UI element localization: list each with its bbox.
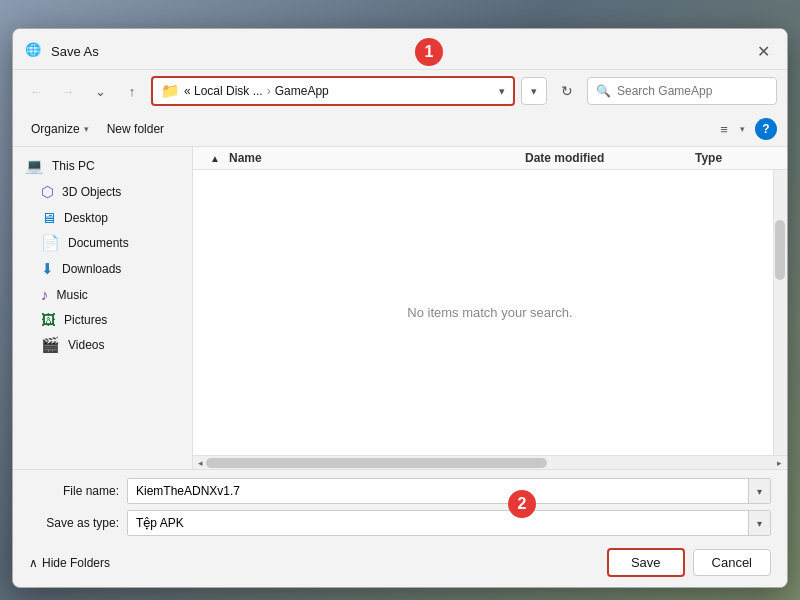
filename-input-container: ▾: [127, 478, 771, 504]
path-bar-dropdown-icon[interactable]: ▾: [499, 85, 505, 98]
search-input[interactable]: [617, 84, 768, 98]
search-box: 🔍: [587, 77, 777, 105]
vertical-scrollbar[interactable]: [773, 170, 787, 455]
bottom-section: File name: ▾ Save as type: ▾ ∧ Hide Fold…: [13, 469, 787, 587]
filetype-row: Save as type: ▾: [29, 510, 771, 536]
h-scroll-left-icon[interactable]: ◂: [195, 458, 206, 468]
sort-toggle-icon[interactable]: ▲: [205, 153, 225, 164]
save-as-dialog: 🌐 Save As ✕ ← → ⌄ ↑ 📁 « Local Disk ... ›…: [12, 28, 788, 588]
sidebar-label-pictures: Pictures: [64, 313, 107, 327]
organize-label: Organize: [31, 122, 80, 136]
horizontal-scrollbar[interactable]: ◂ ▸: [193, 455, 787, 469]
hide-folders-label: Hide Folders: [42, 556, 110, 570]
chrome-icon: 🌐: [25, 42, 43, 60]
filetype-input-container: ▾: [127, 510, 771, 536]
hide-folders-button[interactable]: ∧ Hide Folders: [29, 556, 110, 570]
h-scroll-thumb[interactable]: [206, 458, 547, 468]
sidebar-item-pictures[interactable]: 🖼 Pictures: [13, 307, 192, 332]
view-button[interactable]: ≡: [710, 116, 738, 142]
h-scroll-track: [206, 458, 774, 468]
new-folder-label: New folder: [107, 122, 164, 136]
music-icon: ♪: [41, 286, 49, 303]
help-button[interactable]: ?: [755, 118, 777, 140]
sidebar-label-music: Music: [57, 288, 88, 302]
sidebar-item-music[interactable]: ♪ Music: [13, 282, 192, 307]
col-name-header[interactable]: Name: [225, 151, 525, 165]
search-icon: 🔍: [596, 84, 611, 98]
downloads-icon: ⬇: [41, 260, 54, 278]
organize-chevron-icon: ▾: [84, 124, 89, 134]
toolbar: Organize ▾ New folder ≡ ▾ ?: [13, 112, 787, 147]
nav-dropdown-button[interactable]: ⌄: [87, 78, 113, 104]
filetype-input[interactable]: [136, 516, 748, 530]
filetype-label: Save as type:: [29, 516, 119, 530]
save-button[interactable]: Save: [607, 548, 685, 577]
path-bar[interactable]: 📁 « Local Disk ... › GameApp ▾: [151, 76, 515, 106]
path-current: GameApp: [275, 84, 329, 98]
sidebar-label-3d-objects: 3D Objects: [62, 185, 121, 199]
nav-bar: ← → ⌄ ↑ 📁 « Local Disk ... › GameApp ▾ ▾…: [13, 70, 787, 112]
path-folder-icon: 📁: [161, 82, 180, 100]
videos-icon: 🎬: [41, 336, 60, 354]
action-row: ∧ Hide Folders Save Cancel: [29, 542, 771, 579]
hide-folders-chevron-icon: ∧: [29, 556, 38, 570]
this-pc-icon: 💻: [25, 157, 44, 175]
sidebar: 💻 This PC ⬡ 3D Objects 🖥 Desktop 📄 Docum…: [13, 147, 193, 469]
main-content: 💻 This PC ⬡ 3D Objects 🖥 Desktop 📄 Docum…: [13, 147, 787, 469]
filename-dropdown-button[interactable]: ▾: [748, 479, 770, 503]
3d-objects-icon: ⬡: [41, 183, 54, 201]
filename-label: File name:: [29, 484, 119, 498]
refresh-button[interactable]: ↻: [553, 77, 581, 105]
file-list-header: ▲ Name Date modified Type: [193, 147, 787, 170]
pictures-icon: 🖼: [41, 311, 56, 328]
path-root: « Local Disk ...: [184, 84, 263, 98]
col-type-header[interactable]: Type: [695, 151, 775, 165]
cancel-button[interactable]: Cancel: [693, 549, 771, 576]
sidebar-label-this-pc: This PC: [52, 159, 95, 173]
filename-input[interactable]: [136, 484, 748, 498]
title-bar: 🌐 Save As ✕: [13, 29, 787, 70]
back-button[interactable]: ←: [23, 78, 49, 104]
sidebar-label-videos: Videos: [68, 338, 104, 352]
forward-button[interactable]: →: [55, 78, 81, 104]
sidebar-label-desktop: Desktop: [64, 211, 108, 225]
view-chevron-icon: ▾: [740, 124, 745, 134]
sidebar-item-this-pc[interactable]: 💻 This PC: [13, 153, 192, 179]
file-area: ▲ Name Date modified Type No items match…: [193, 147, 787, 469]
scrollbar-thumb[interactable]: [775, 220, 785, 280]
sidebar-label-downloads: Downloads: [62, 262, 121, 276]
empty-message: No items match your search.: [407, 305, 572, 320]
sidebar-label-documents: Documents: [68, 236, 129, 250]
sidebar-item-videos[interactable]: 🎬 Videos: [13, 332, 192, 358]
file-list-body: No items match your search.: [193, 170, 787, 455]
sidebar-item-desktop[interactable]: 🖥 Desktop: [13, 205, 192, 230]
filename-row: File name: ▾: [29, 478, 771, 504]
location-dropdown-button[interactable]: ▾: [521, 77, 547, 105]
h-scroll-right-icon[interactable]: ▸: [774, 458, 785, 468]
documents-icon: 📄: [41, 234, 60, 252]
close-button[interactable]: ✕: [751, 39, 775, 63]
sidebar-item-downloads[interactable]: ⬇ Downloads: [13, 256, 192, 282]
sidebar-item-3d-objects[interactable]: ⬡ 3D Objects: [13, 179, 192, 205]
new-folder-button[interactable]: New folder: [99, 119, 172, 139]
sidebar-item-documents[interactable]: 📄 Documents: [13, 230, 192, 256]
up-button[interactable]: ↑: [119, 78, 145, 104]
desktop-icon: 🖥: [41, 209, 56, 226]
organize-button[interactable]: Organize ▾: [23, 119, 97, 139]
col-date-header[interactable]: Date modified: [525, 151, 695, 165]
filetype-dropdown-button[interactable]: ▾: [748, 511, 770, 535]
path-separator: ›: [267, 84, 271, 98]
dialog-title: Save As: [51, 44, 743, 59]
